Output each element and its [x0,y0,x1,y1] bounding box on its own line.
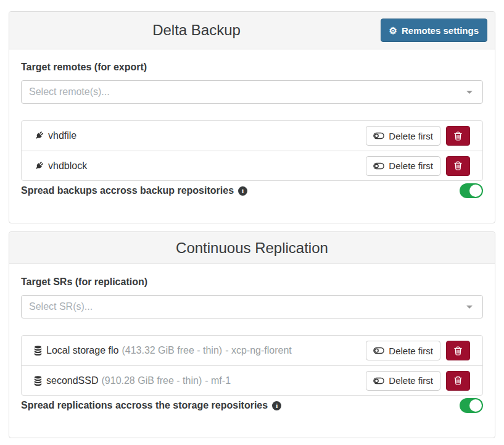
delete-first-button[interactable]: Delete first [366,156,440,176]
trash-button[interactable] [446,341,470,360]
database-icon [34,376,42,386]
sr-free-space: (910.28 GiB free - thin) [102,375,202,386]
srs-select-placeholder: Select SR(s)... [29,301,93,312]
spread-backups-label: Spread backups accross backup repositori… [21,185,234,196]
info-icon: i [272,401,281,410]
continuous-replication-header: Continuous Replication [9,232,495,264]
spread-replications-label: Spread replications accross the storage … [21,400,268,411]
trash-icon [454,161,462,170]
sr-name: Local storage flo [46,345,118,356]
trash-button[interactable] [446,371,470,391]
delete-first-label: Delete first [389,131,433,141]
continuous-replication-panel: Continuous Replication Target SRs (for r… [9,231,495,438]
toggle-off-icon [373,162,384,170]
toggle-knob [469,185,482,197]
delta-backup-body: Target remotes (for export) Select remot… [9,49,495,223]
delete-first-label: Delete first [389,375,433,386]
remote-name: vhdfile [48,130,76,141]
remotes-list: vhdfile Delete first [21,120,483,181]
remote-name: vhdblock [48,160,87,172]
chevron-down-icon [466,91,473,94]
trash-icon [454,346,462,356]
remotes-select-placeholder: Select remote(s)... [29,86,110,98]
toggle-knob [469,399,482,412]
spread-replications-toggle[interactable] [460,398,483,413]
info-icon: i [238,186,247,196]
delta-backup-header: Delta Backup ⚙ Remotes settings [9,12,495,49]
trash-button[interactable] [446,126,470,146]
remote-list-item-vhdfile: vhdfile Delete first [22,121,482,151]
spread-replications-row: Spread replications accross the storage … [21,398,483,413]
delete-first-button[interactable]: Delete first [366,371,440,391]
sr-host: - mf-1 [205,375,231,386]
sr-name: secondSSD [46,375,99,386]
gear-icon: ⚙ [389,26,397,35]
chevron-down-icon [466,306,473,309]
trash-icon [454,131,462,141]
database-icon [34,346,42,356]
sr-list-item-secondssd: secondSSD (910.28 GiB free - thin) - mf-… [22,365,482,395]
panel-title-continuous-replication: Continuous Replication [176,239,328,257]
sr-free-space: (413.32 GiB free - thin) [122,345,222,356]
delete-first-button[interactable]: Delete first [366,341,440,360]
remotes-settings-label: Remotes settings [402,25,479,36]
panel-title-delta-backup: Delta Backup [152,19,241,42]
trash-icon [454,376,462,385]
spread-backups-row: Spread backups accross backup repositori… [21,183,483,198]
srs-select[interactable]: Select SR(s)... [21,295,483,318]
toggle-off-icon [373,347,384,354]
plug-icon [34,161,44,171]
srs-list: Local storage flo (413.32 GiB free - thi… [21,335,483,396]
continuous-replication-body: Target SRs (for replication) Select SR(s… [9,264,495,438]
delete-first-label: Delete first [389,346,433,356]
trash-button[interactable] [446,156,470,176]
remote-list-item-vhdblock: vhdblock Delete first [22,151,482,180]
spread-backups-label-wrap: Spread backups accross backup repositori… [21,185,247,196]
target-remotes-label: Target remotes (for export) [21,62,483,73]
toggle-off-icon [373,132,384,139]
sr-list-item-local-storage-flo: Local storage flo (413.32 GiB free - thi… [22,336,482,365]
remotes-select[interactable]: Select remote(s)... [21,80,483,104]
toggle-off-icon [373,377,384,385]
spread-backups-toggle[interactable] [460,183,483,198]
delta-backup-panel: Delta Backup ⚙ Remotes settings Target r… [9,11,495,223]
remotes-settings-button[interactable]: ⚙ Remotes settings [381,19,488,42]
delete-first-button[interactable]: Delete first [366,126,440,146]
plug-icon [34,131,44,141]
spread-replications-label-wrap: Spread replications accross the storage … [21,400,281,411]
sr-host: - xcp-ng-florent [225,345,292,356]
target-srs-label: Target SRs (for replication) [21,277,483,288]
delete-first-label: Delete first [389,160,433,171]
